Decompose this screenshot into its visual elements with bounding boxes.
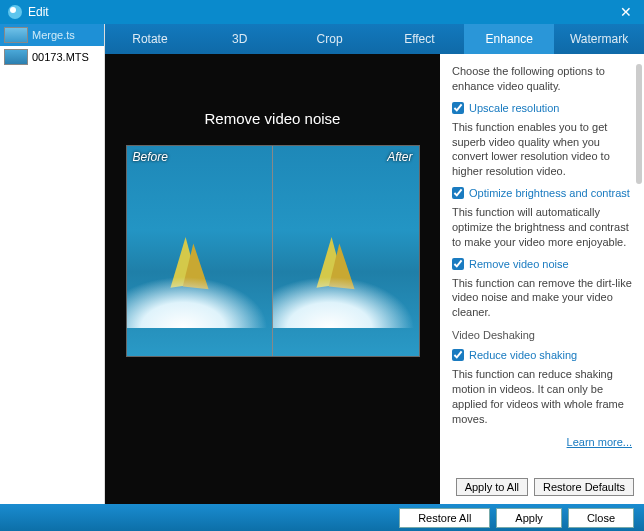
tab-bar: Rotate 3D Crop Effect Enhance Watermark <box>105 24 644 54</box>
deshake-section-title: Video Deshaking <box>452 328 632 343</box>
brightness-label: Optimize brightness and contrast <box>469 187 630 199</box>
upscale-checkbox[interactable]: Upscale resolution <box>452 102 632 114</box>
tab-enhance[interactable]: Enhance <box>464 24 554 54</box>
enhance-options-panel: Choose the following options to enhance … <box>440 54 644 504</box>
close-button[interactable]: Close <box>568 508 634 528</box>
brightness-checkbox[interactable]: Optimize brightness and contrast <box>452 187 632 199</box>
noise-checkbox[interactable]: Remove video noise <box>452 258 632 270</box>
after-label: After <box>387 150 412 164</box>
preview-pane: Remove video noise Before After <box>105 54 440 504</box>
noise-desc: This function can remove the dirt-like v… <box>452 276 632 321</box>
brightness-check-input[interactable] <box>452 187 464 199</box>
upscale-check-input[interactable] <box>452 102 464 114</box>
deshake-checkbox[interactable]: Reduce video shaking <box>452 349 632 361</box>
noise-label: Remove video noise <box>469 258 569 270</box>
window-title: Edit <box>28 5 49 19</box>
learn-more-link[interactable]: Learn more... <box>567 436 632 448</box>
before-after-compare: Before After <box>126 145 420 357</box>
preview-title: Remove video noise <box>205 110 341 127</box>
sidebar-item-label: Merge.ts <box>32 29 75 41</box>
restore-all-button[interactable]: Restore All <box>399 508 490 528</box>
tab-watermark[interactable]: Watermark <box>554 24 644 54</box>
thumbnail-icon <box>4 49 28 65</box>
close-icon[interactable]: ✕ <box>616 4 636 20</box>
panel-intro: Choose the following options to enhance … <box>452 64 632 94</box>
footer-bar: Restore All Apply Close <box>0 504 644 531</box>
sidebar-item-merge[interactable]: Merge.ts <box>0 24 104 46</box>
sidebar-item-00173[interactable]: 00173.MTS <box>0 46 104 68</box>
deshake-label: Reduce video shaking <box>469 349 577 361</box>
before-label: Before <box>133 150 168 164</box>
tab-3d[interactable]: 3D <box>195 24 285 54</box>
noise-check-input[interactable] <box>452 258 464 270</box>
apply-button[interactable]: Apply <box>496 508 562 528</box>
upscale-label: Upscale resolution <box>469 102 560 114</box>
scrollbar[interactable] <box>636 64 642 184</box>
upscale-desc: This function enables you to get superb … <box>452 120 632 179</box>
thumbnail-icon <box>4 27 28 43</box>
brightness-desc: This function will automatically optimiz… <box>452 205 632 250</box>
app-logo-icon <box>8 5 22 19</box>
tab-crop[interactable]: Crop <box>285 24 375 54</box>
after-image <box>272 146 419 356</box>
tab-effect[interactable]: Effect <box>374 24 464 54</box>
deshake-desc: This function can reduce shaking motion … <box>452 367 632 426</box>
restore-defaults-button[interactable]: Restore Defaults <box>534 478 634 496</box>
sidebar-item-label: 00173.MTS <box>32 51 89 63</box>
tab-rotate[interactable]: Rotate <box>105 24 195 54</box>
titlebar: Edit ✕ <box>0 0 644 24</box>
deshake-check-input[interactable] <box>452 349 464 361</box>
file-sidebar: Merge.ts 00173.MTS <box>0 24 105 504</box>
apply-to-all-button[interactable]: Apply to All <box>456 478 528 496</box>
before-image <box>127 146 273 356</box>
